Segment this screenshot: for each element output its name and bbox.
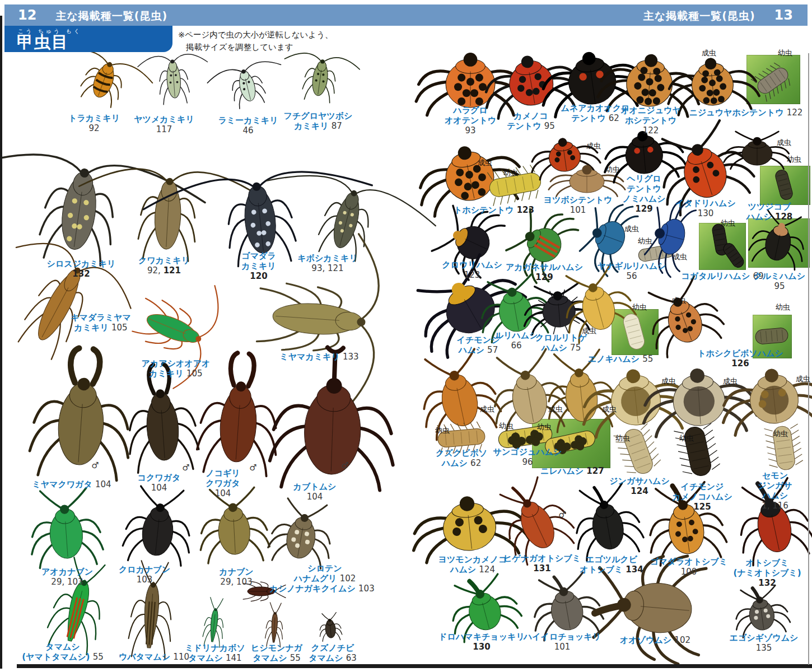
species-name: オオゾウムシ 102 xyxy=(602,635,708,645)
species-label: ニジュウヤホシテントウ 122 xyxy=(679,108,812,118)
species-name: カメノコハムシ xyxy=(652,492,753,502)
beetle-illustration xyxy=(577,281,619,333)
species-page-number: 133 xyxy=(343,352,359,362)
species-page-number: 117 xyxy=(122,124,206,134)
beetle-illustration xyxy=(755,328,788,345)
beetle-illustration xyxy=(608,370,662,428)
beetle-illustration xyxy=(272,301,368,338)
species-label: サンゴジュハムシ96 xyxy=(477,447,578,467)
male-symbol: ♂ xyxy=(249,463,256,473)
beetle-illustration xyxy=(56,376,107,466)
species-label: タマムシ(ヤマトタマムシ) 55 xyxy=(14,642,112,662)
species-name: クルミハムシ xyxy=(740,271,812,281)
right-page-number: 13 xyxy=(774,7,793,23)
species-name: アカアシオオアオ xyxy=(128,358,223,368)
stage-tag: 成虫 xyxy=(673,252,687,262)
species-page-number: 102 xyxy=(340,573,356,584)
beetle-illustration xyxy=(508,369,550,427)
species-label: オトシブミ(ナミオトシブミ)132 xyxy=(717,558,812,588)
stage-tag: 幼虫 xyxy=(632,302,647,312)
species-label: クロカナブン103 xyxy=(102,564,186,585)
species-name: シロテン xyxy=(283,563,367,573)
stage-tag: 幼虫 xyxy=(615,433,630,444)
beetle-illustration xyxy=(90,59,119,100)
species-name: ニレハムシ 127 xyxy=(525,466,620,476)
beetle-illustration xyxy=(690,59,735,107)
beetle-illustration xyxy=(671,370,726,427)
beetle-illustration xyxy=(311,58,330,97)
stage-tag: 成虫 xyxy=(777,138,791,148)
beetle-illustration xyxy=(59,577,96,643)
species-name: ゴマダラ xyxy=(225,251,292,261)
male-symbol: ♂ xyxy=(182,463,189,473)
species-label: ミヤマクワガタ 104 xyxy=(18,479,125,489)
beetle-illustration xyxy=(436,368,482,430)
species-label: クワカミキリ92, 121 xyxy=(122,255,206,276)
category-label: 甲虫目 xyxy=(17,34,172,50)
beetle-illustration xyxy=(270,612,279,643)
beetle-illustration xyxy=(548,586,586,633)
species-page-number: 127 xyxy=(586,466,604,476)
stage-tag: 幼虫 xyxy=(773,429,788,439)
species-name: トホシクビボソハムシ xyxy=(679,348,802,358)
species-name: カミキリ 87 xyxy=(276,121,360,131)
species-page-number: 95 xyxy=(740,281,812,291)
stage-tag: 幼虫 xyxy=(499,421,514,431)
species-label: シロスジカミキリ132 xyxy=(34,259,129,279)
stage-tag: 成虫 xyxy=(702,48,716,58)
species-page-number: 126 xyxy=(679,358,802,368)
beetle-illustration xyxy=(449,220,495,264)
species-name: ハナムグリ 102 xyxy=(283,573,367,584)
species-name: イチモンジ xyxy=(652,482,753,492)
stage-tag: 成虫 xyxy=(480,404,494,414)
species-label: エノキハムシ 55 xyxy=(573,354,668,364)
species-name: ニジュウヤホシテントウ 122 xyxy=(679,108,812,118)
stage-tag: 成虫 xyxy=(723,376,738,386)
stage-tag: 成虫 xyxy=(586,141,601,151)
beetle-illustration xyxy=(565,52,618,108)
stage-tag: 幼虫 xyxy=(776,302,790,312)
size-note: ※ページ内で虫の大小が逆転しないよう、 掲載サイズを調整しています xyxy=(178,29,333,54)
stage-tag: 成虫 xyxy=(478,158,492,168)
species-name: カシノナガキクイムシ 103 xyxy=(255,584,389,594)
species-label: アオカナブン29, 103 xyxy=(25,567,109,587)
stage-tag: 成虫 xyxy=(671,296,686,306)
species-name: ヤナギルリハムシ xyxy=(584,261,679,271)
species-name: エゴシギゾウムシ xyxy=(716,633,811,643)
species-name: カミキリ 105 xyxy=(56,323,146,333)
species-name: ノコギリ xyxy=(189,468,256,478)
species-name: クズノチビ xyxy=(296,643,369,653)
species-label: セモンジンガサハムシ1, 116 xyxy=(741,470,809,511)
stage-tag: 成虫 xyxy=(582,326,596,336)
species-name: クワガタ xyxy=(189,478,256,488)
species-name: クワカミキリ xyxy=(122,255,206,265)
species-label: コクワガタ104 xyxy=(120,473,198,493)
species-label: ゴマダラカミキリ120 xyxy=(225,251,292,281)
species-page-number: 101 xyxy=(509,642,615,652)
species-page-number: 132 xyxy=(34,269,129,279)
species-page-number: 55 xyxy=(642,354,653,364)
species-label: ハイイロチョッキリ101 xyxy=(509,632,615,652)
species-label: カシノナガキクイムシ 103 xyxy=(255,584,389,594)
species-name: ハイイロチョッキリ xyxy=(509,632,615,642)
beetle-illustration xyxy=(441,497,498,553)
species-name: タマムシ xyxy=(14,642,112,652)
species-page-number: 122 xyxy=(609,125,693,136)
species-name: ジンガサ xyxy=(741,480,809,491)
species-label: ノコギリクワガタ104 xyxy=(189,468,256,498)
species-page-number: 75 xyxy=(570,343,581,353)
beetle-illustration xyxy=(48,505,84,559)
size-note-line2: 掲載サイズを調整しています xyxy=(178,41,333,54)
header-bar: 12 主な掲載種一覧(昆虫) 主な掲載種一覧(昆虫) 13 xyxy=(4,4,808,26)
species-page-number: 102 xyxy=(674,635,690,645)
beetle-illustration xyxy=(284,512,319,560)
species-page-number: 105 xyxy=(111,323,128,333)
size-note-line1: ※ページ内で虫の大小が逆転しないよう、 xyxy=(178,29,333,41)
stage-tag: 幼虫 xyxy=(778,48,792,58)
beetle-illustration xyxy=(241,180,278,255)
left-page-title: 主な掲載種一覧(昆虫) xyxy=(55,9,167,24)
beetle-illustration xyxy=(625,55,674,108)
species-page-number: 104 xyxy=(276,492,354,502)
species-name: カナブン xyxy=(194,567,278,577)
beetle-illustration xyxy=(747,370,800,426)
